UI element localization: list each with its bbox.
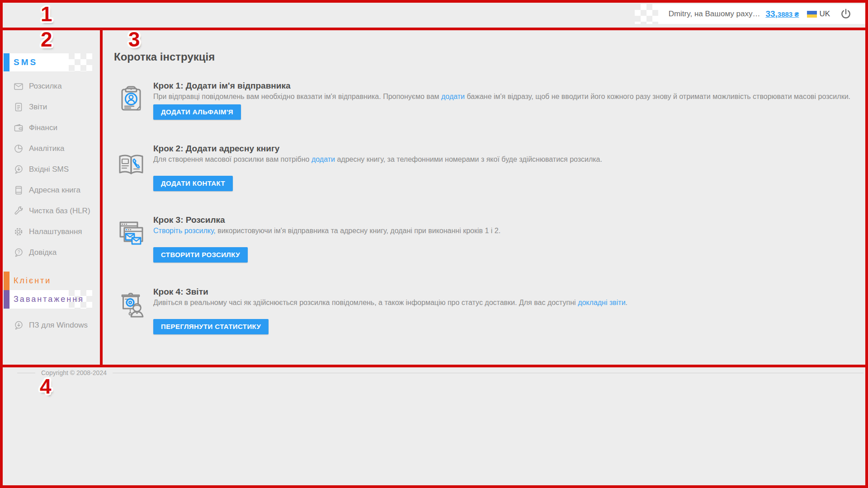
clipboard-person-icon <box>117 84 146 113</box>
sidebar-item-label: Чистка баз (HLR) <box>29 206 90 216</box>
add-address-book-link[interactable]: додати <box>311 155 335 163</box>
wrench-icon <box>14 206 24 216</box>
download-bubble-icon <box>14 320 24 330</box>
create-mailing-button[interactable]: СТВОРИТИ РОЗСИЛКУ <box>153 247 248 263</box>
sidebar-item-sms-active[interactable]: SMS <box>4 53 92 71</box>
sidebar-item-label: Налаштування <box>29 227 82 236</box>
sidebar-pixelation-artifact <box>69 53 92 71</box>
clients-accent-bar <box>4 272 9 290</box>
incoming-sms-bubble-icon <box>14 164 24 174</box>
footer-divider-left <box>17 373 35 373</box>
header-pixelation-artifact <box>635 4 658 24</box>
downloads-accent-bar <box>4 290 9 309</box>
step-heading: Крок 1: Додати ім'я відправника <box>153 81 849 91</box>
sidebar-item-address-book[interactable]: Адресна книга <box>3 180 100 201</box>
help-bubble-icon: ? <box>14 248 24 258</box>
sidebar-item-label: Довідка <box>29 248 57 257</box>
presentation-statistics-icon <box>117 291 146 319</box>
report-icon <box>14 102 24 112</box>
step-heading: Крок 4: Звіти <box>153 287 849 297</box>
annotation-divider-footer <box>0 365 868 367</box>
gear-icon <box>14 227 24 237</box>
footer-divider-right <box>113 373 863 373</box>
step-text: Дивіться в реальному часі як здійснюєтьс… <box>153 298 849 307</box>
ukraine-flag-icon <box>807 11 817 18</box>
sidebar-item-clients-label: Клієнти <box>14 272 51 290</box>
step-heading: Крок 3: Розсилка <box>153 215 849 225</box>
sidebar-item-downloads-active[interactable]: Завантаження <box>4 290 92 309</box>
browser-envelopes-icon <box>117 219 146 248</box>
logout-power-icon[interactable] <box>840 8 852 20</box>
step-text: При відправці повідомлень вам необхідно … <box>153 92 849 101</box>
balance-whole: 33, <box>765 9 777 19</box>
sidebar-nav: Розсилка Звіти Фінанси Аналітика <box>3 76 100 263</box>
address-book-phone-icon <box>117 151 146 180</box>
wallet-icon <box>14 123 24 133</box>
balance-fraction: 3883 ₴ <box>778 10 799 18</box>
sidebar-item-sms-label: SMS <box>14 53 38 71</box>
detailed-reports-link[interactable]: докладні звіти <box>578 299 625 306</box>
sidebar-item-reports[interactable]: Звіти <box>3 97 100 117</box>
sidebar-item-mailing[interactable]: Розсилка <box>3 76 100 97</box>
sidebar-item-analytics[interactable]: Аналітика <box>3 138 100 159</box>
svg-text:?: ? <box>18 250 20 255</box>
step-text: Створіть розсилку, використовуючи ім'я в… <box>153 226 849 235</box>
account-balance-label: Dmitry, на Вашому раху… <box>669 9 760 19</box>
annotation-label-4: 4 <box>40 375 52 398</box>
instruction-step-3: Крок 3: Розсилка Створіть розсилку, вико… <box>117 215 849 263</box>
step-heading: Крок 2: Додати адресну книгу <box>153 144 849 154</box>
create-mailing-link[interactable]: Створіть розсилку, <box>153 227 216 235</box>
envelope-icon <box>14 81 24 91</box>
sidebar-item-label: Фінанси <box>29 123 57 132</box>
sidebar-item-label: Адресна книга <box>29 186 80 195</box>
language-label: UK <box>819 9 830 19</box>
step-text: Для створення масової розсилки вам потрі… <box>153 155 849 164</box>
view-statistics-button[interactable]: ПЕРЕГЛЯНУТИ СТАТИСТИКУ <box>153 319 269 334</box>
sidebar-item-downloads-label: Завантаження <box>14 290 84 309</box>
instruction-step-4: Крок 4: Звіти Дивіться в реальному часі … <box>117 287 849 334</box>
sidebar-item-label: Розсилка <box>29 82 62 91</box>
add-sender-name-link[interactable]: додати <box>441 93 465 100</box>
annotation-label-3: 3 <box>128 28 140 51</box>
sidebar-item-label: Вхідні SMS <box>29 165 69 174</box>
sidebar-item-finances[interactable]: Фінанси <box>3 117 100 138</box>
instruction-step-2: Крок 2: Додати адресну книгу Для створен… <box>117 144 849 191</box>
sidebar-item-label: Аналітика <box>29 144 64 153</box>
instruction-step-1: Крок 1: Додати ім'я відправника При відп… <box>117 81 849 120</box>
sidebar-item-help[interactable]: ? Довідка <box>3 242 100 263</box>
sidebar-item-clients[interactable]: Клієнти <box>4 272 92 290</box>
sidebar-item-label: Звіти <box>29 103 47 112</box>
sidebar-item-label: ПЗ для Windows <box>29 321 88 330</box>
pie-chart-icon <box>14 144 24 154</box>
balance-link[interactable]: 33,3883 ₴ <box>765 9 799 19</box>
footer: Copyright © 2008-2024 <box>17 369 863 376</box>
annotation-divider-sidebar <box>100 30 103 365</box>
language-switcher[interactable]: UK <box>807 9 830 19</box>
address-book-icon <box>14 185 24 195</box>
add-contact-button[interactable]: ДОДАТИ КОНТАКТ <box>153 176 233 191</box>
page-title: Коротка інструкція <box>114 51 215 63</box>
header-account-area: Dmitry, на Вашому раху… 33,3883 ₴ UK <box>658 4 865 24</box>
annotation-label-2: 2 <box>41 28 52 51</box>
sidebar-item-settings[interactable]: Налаштування <box>3 221 100 242</box>
add-alpha-name-button[interactable]: ДОДАТИ АЛЬФАІМ'Я <box>153 104 241 120</box>
sidebar-item-incoming-sms[interactable]: Вхідні SMS <box>3 159 100 180</box>
annotation-label-1: 1 <box>41 3 52 26</box>
active-item-accent-bar <box>4 53 9 71</box>
sidebar-item-windows-software[interactable]: ПЗ для Windows <box>3 315 100 336</box>
sidebar-item-hlr-cleaning[interactable]: Чистка баз (HLR) <box>3 201 100 221</box>
